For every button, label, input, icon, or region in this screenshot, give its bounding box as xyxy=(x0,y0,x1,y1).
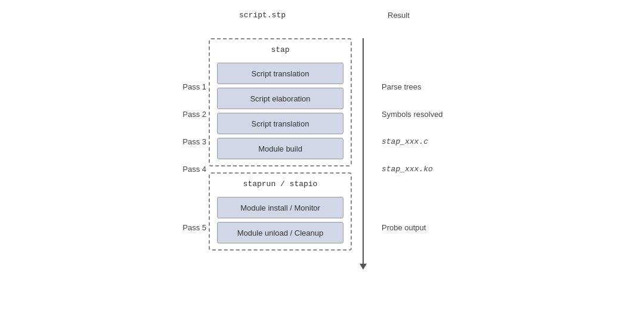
pass1-step-box: Script translation xyxy=(217,63,343,84)
pass1-label: Pass 1 xyxy=(182,73,209,100)
main-diagram-column: stap Script translation Script elaborati… xyxy=(209,38,352,251)
pass4-result: stap_xxx.ko xyxy=(382,155,433,183)
pass3-result: stap_xxx.c xyxy=(382,128,428,155)
pass3-step-box: Script translation xyxy=(217,113,343,134)
pass5-label: Pass 5 xyxy=(182,194,209,260)
pass5-step2-box: Module unload / Cleanup xyxy=(217,222,343,243)
results-column: Parse trees Symbols resolved stap_xxx.c … xyxy=(364,38,483,260)
pass2-label: Pass 2 xyxy=(182,100,209,128)
pass2-step-box: Script elaboration xyxy=(217,88,343,109)
pass1-result: Parse trees xyxy=(382,73,421,100)
stap-inner-label: stap xyxy=(217,45,343,54)
pass4-step-box: Module build xyxy=(217,138,343,159)
result-header-label: Result xyxy=(388,11,410,20)
staprun-inner-label: staprun / stapio xyxy=(217,180,343,189)
pass2-result: Symbols resolved xyxy=(382,100,443,128)
pass5-result: Probe output xyxy=(382,194,426,260)
pass5-step1-box: Module install / Monitor xyxy=(217,197,343,218)
diagram-container: script.stp Result Pass 1 Pass 2 Pass 3 P… xyxy=(0,0,644,315)
stap-box: stap Script translation Script elaborati… xyxy=(209,38,352,166)
pass3-label: Pass 3 xyxy=(182,128,209,155)
pass4-label: Pass 4 xyxy=(182,155,209,183)
arrow-column xyxy=(352,38,364,265)
pass-labels-column: Pass 1 Pass 2 Pass 3 Pass 4 Pass 5 xyxy=(161,38,209,260)
staprun-box: staprun / stapio Module install / Monito… xyxy=(209,172,352,251)
vertical-arrow xyxy=(363,38,364,265)
script-stp-label: script.stp xyxy=(239,11,286,20)
